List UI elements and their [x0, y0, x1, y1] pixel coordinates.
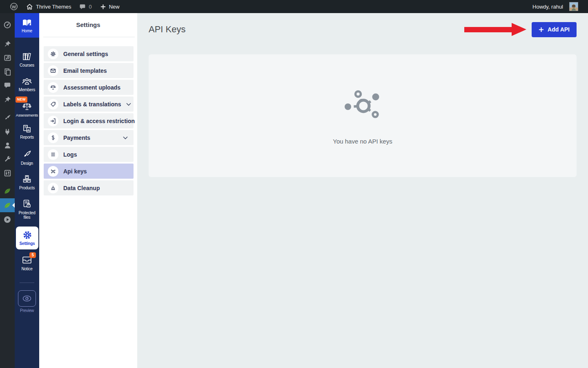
comment-icon: [79, 3, 86, 10]
gear-icon: [48, 49, 58, 59]
media-icon[interactable]: [0, 51, 15, 65]
menu-item-label: General settings: [63, 51, 108, 57]
sidebar-item-label: Settings: [20, 241, 35, 246]
chevron-down-icon[interactable]: [126, 103, 131, 106]
menu-item-assessment-uploads[interactable]: Assessment uploads: [44, 80, 134, 95]
custom-post-pin-icon[interactable]: [0, 92, 15, 106]
thrive-apprentice-sidebar: Home Courses Members NEW Assessments: [15, 13, 39, 368]
list-lines-icon: [48, 149, 58, 160]
sidebar-item-label: Members: [19, 88, 35, 92]
people-group-icon: [22, 77, 32, 86]
sidebar-item-label: Notice: [21, 267, 32, 271]
sidebar-item-label: Design: [21, 161, 33, 166]
gear-icon: [22, 230, 32, 240]
menu-item-general-settings[interactable]: General settings: [44, 46, 134, 61]
notice-count-badge: 5: [29, 252, 36, 258]
menu-item-login-access-restriction[interactable]: Login & access restriction: [44, 113, 134, 128]
annotation-arrow: [464, 23, 526, 36]
menu-item-data-cleanup[interactable]: Data Cleanup: [44, 180, 134, 195]
books-shelf-icon: [22, 52, 32, 61]
thrive-leaf-icon[interactable]: [0, 184, 15, 198]
menu-item-label: Api keys: [63, 168, 87, 175]
balance-scales-icon: [48, 82, 58, 93]
sidebar-item-members[interactable]: Members: [15, 77, 39, 92]
sidebar-item-design[interactable]: Design: [15, 150, 39, 166]
menu-item-logs[interactable]: Logs: [44, 147, 134, 162]
sidebar-item-home[interactable]: Home: [15, 13, 39, 38]
posts-pin-icon[interactable]: [0, 37, 15, 51]
sidebar-item-settings[interactable]: Settings: [16, 227, 38, 249]
dollar-icon: [48, 132, 58, 143]
active-notch: [12, 203, 15, 208]
sidebar-item-assessments[interactable]: NEW Assessments: [15, 102, 39, 117]
menu-item-email-templates[interactable]: Email templates: [44, 63, 134, 78]
api-network-icon: [342, 90, 383, 120]
panel-title: Settings: [39, 21, 137, 28]
home-icon: [26, 3, 33, 10]
empty-state-card: You have no API keys: [149, 54, 577, 177]
wordpress-menu[interactable]: [6, 0, 22, 13]
envelope-icon: [48, 65, 58, 76]
sidebar-item-notice[interactable]: 5 Notice: [15, 255, 39, 271]
video-play-icon[interactable]: [0, 213, 15, 227]
site-name: Thrive Themes: [36, 4, 71, 10]
appearance-brush-icon[interactable]: [0, 110, 15, 124]
users-person-icon[interactable]: [0, 138, 15, 152]
new-content-link[interactable]: New: [96, 0, 124, 13]
add-api-button-label: Add API: [548, 26, 570, 33]
sidebar-item-preview[interactable]: Preview: [15, 290, 39, 313]
balance-scales-icon: [22, 102, 32, 111]
sidebar-item-protected-files[interactable]: Protected files: [15, 199, 39, 220]
sidebar-item-courses[interactable]: Courses: [15, 52, 39, 67]
menu-item-label: Data Cleanup: [63, 185, 100, 191]
eye-icon: [22, 294, 32, 303]
plus-icon: [539, 27, 544, 32]
howdy-text: Howdy, rahul: [532, 4, 563, 10]
page-title: API Keys: [149, 24, 185, 35]
sidebar-item-reports[interactable]: Reports: [15, 124, 39, 139]
comments-link[interactable]: 0: [75, 0, 96, 13]
pages-icon[interactable]: [0, 65, 15, 79]
plugins-plug-icon[interactable]: [0, 125, 15, 139]
settings-panel: Settings General settings Email template…: [39, 13, 137, 368]
wp-admin-sidebar: [0, 13, 15, 368]
report-documents-icon: [22, 124, 32, 133]
tools-wrench-icon[interactable]: [0, 152, 15, 166]
api-nodes-icon: [48, 166, 58, 177]
main-content: API Keys Add API You have no API keys: [137, 13, 588, 368]
menu-item-label: Payments: [63, 135, 90, 141]
plus-icon: [100, 4, 106, 10]
menu-item-payments[interactable]: Payments: [44, 130, 134, 145]
menu-item-api-keys[interactable]: Api keys: [44, 164, 134, 179]
sidebar-item-products[interactable]: Products: [15, 174, 39, 190]
dashboard-gauge-icon[interactable]: [0, 18, 15, 32]
comment-count: 0: [89, 4, 91, 10]
new-label: New: [109, 4, 120, 10]
product-boxes-icon: [22, 174, 32, 184]
thrive-apprentice-active-icon[interactable]: [0, 198, 15, 212]
sidebar-divider: [20, 283, 34, 283]
sidebar-item-label: Home: [22, 29, 32, 33]
settings-sliders-icon[interactable]: [0, 166, 15, 180]
menu-item-labels-translations[interactable]: Labels & translations: [44, 96, 134, 112]
file-with-lock-icon: [22, 199, 32, 209]
site-name-link[interactable]: Thrive Themes: [22, 0, 75, 13]
login-arrow-icon: [48, 116, 58, 126]
admin-bar: Thrive Themes 0 New Howdy, rahul: [0, 0, 588, 13]
chevron-down-icon[interactable]: [123, 136, 128, 139]
menu-item-label: Logs: [63, 151, 77, 158]
sidebar-item-label: Preview: [20, 308, 34, 313]
comments-icon[interactable]: [0, 78, 15, 92]
user-avatar: [569, 2, 578, 11]
sidebar-item-label: Protected files: [16, 211, 38, 220]
menu-item-label: Email templates: [63, 67, 107, 74]
menu-item-label: Labels & translations: [63, 101, 121, 108]
empty-state-message: You have no API keys: [333, 138, 392, 145]
thrive-book-logo-icon: [22, 18, 32, 28]
sidebar-item-label: Reports: [20, 135, 34, 139]
sidebar-item-label: Courses: [20, 63, 34, 67]
add-api-button[interactable]: Add API: [532, 22, 577, 37]
sidebar-item-label: Products: [19, 186, 35, 190]
sidebar-item-label: Assessments: [16, 113, 38, 117]
howdy-account-link[interactable]: Howdy, rahul: [528, 0, 582, 13]
